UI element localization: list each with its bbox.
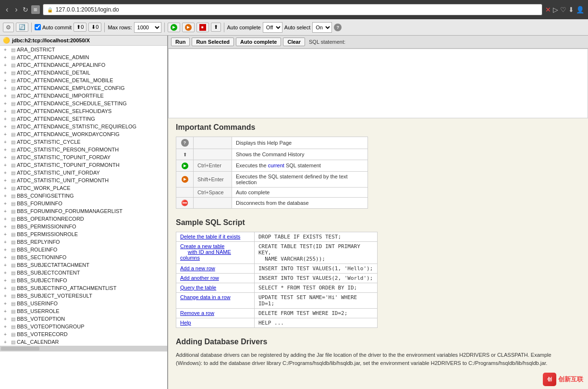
sql-row-insert1: Add a new row INSERT INTO TEST VALUES(1,…: [176, 264, 378, 273]
sidebar-item-ara-district[interactable]: + ▤ ARA_DISTRICT: [0, 46, 167, 53]
sidebar-item-atdc-attendance-schedule-setting[interactable]: + ▤ ATDC_ATTENDANCE_SCHEDULE_SETTING: [0, 100, 167, 107]
sidebar-item-bbs-voteoption[interactable]: + ▤ BBS_VOTEOPTION: [0, 315, 167, 323]
sql-link-update[interactable]: Change data in a row: [180, 294, 231, 300]
sql-link-cell-delete[interactable]: Remove a row: [176, 308, 255, 318]
sidebar-item-atdc-attendance-employee-config[interactable]: + ▤ ATDC_ATTENDANCE_EMPLOYEE_CONFIG: [0, 84, 167, 92]
sidebar-item-bbs-sectioninfo[interactable]: + ▤ BBS_SECTIONINFO: [0, 253, 167, 261]
sidebar-horizontal-scrollbar[interactable]: [0, 346, 167, 351]
toolbar-run-btn[interactable]: ▶: [168, 23, 180, 32]
cmd-desc-help: Displays this Help Page: [232, 137, 368, 149]
auto-complete-button[interactable]: Auto complete: [236, 38, 281, 46]
forward-button[interactable]: ›: [13, 4, 19, 15]
sidebar-item-atdc-attendance-detail-mobile[interactable]: + ▤ ATDC_ATTENDANCE_DETAIL_MOBILE: [0, 76, 167, 84]
download-icon[interactable]: ⬇: [568, 6, 574, 13]
sql-link-drop[interactable]: Delete the table if it exists: [180, 234, 240, 239]
sidebar-item-bbs-voteoptiongroup[interactable]: + ▤ BBS_VOTEOPTIONGROUP: [0, 323, 167, 330]
bookmark-icon[interactable]: ♡: [560, 6, 566, 13]
sql-link-create[interactable]: Create a new table: [180, 243, 224, 249]
sidebar-item-bbs-replyinfo[interactable]: + ▤ BBS_REPLYINFO: [0, 238, 167, 246]
toolbar-run-icon[interactable]: ⚙: [3, 23, 14, 32]
sidebar-item-atdc-work-place[interactable]: + ▤ ATDC_WORK_PLACE: [0, 184, 167, 192]
sql-link-cell-select[interactable]: Query the table: [176, 283, 255, 292]
sidebar-item-atdc-statistic-unit-forday[interactable]: + ▤ ATDC_STATISTIC_UNIT_FORDAY: [0, 169, 167, 176]
run-icon: ⚙: [6, 24, 11, 31]
sidebar-item-bbs-subjectattachment[interactable]: + ▤ BBS_SUBJECTATTACHMENT: [0, 261, 167, 269]
sql-row-insert2: Add another row INSERT INTO TEST VALUES(…: [176, 273, 378, 283]
sidebar-item-atdc-attendance-detail[interactable]: + ▤ ATDC_ATTENDANCE_DETAIL: [0, 69, 167, 76]
auto-commit-input[interactable]: [35, 24, 41, 30]
sidebar-item-atdc-statistic-topunit-formonth[interactable]: + ▤ ATDC_STATISTIC_TOPUNIT_FORMONTH: [0, 161, 167, 169]
table-icon: ▤: [11, 247, 15, 252]
sidebar-item-atdc-attendance-appealinfo[interactable]: + ▤ ATDC_ATTENDANCE_APPEALINFO: [0, 61, 167, 69]
tree-item-label: BBS_REPLYINFO: [17, 239, 60, 245]
sidebar-item-atdc-attendance-admin[interactable]: + ▤ ATDC_ATTENDANCE_ADMIN: [0, 53, 167, 61]
toolbar-commit-btn[interactable]: ⬆0: [74, 23, 86, 32]
sidebar-item-bbs-subjectcontent[interactable]: + ▤ BBS_SUBJECTCONTENT: [0, 269, 167, 276]
run-button[interactable]: Run: [171, 38, 190, 46]
sidebar-item-atdc-attendance-importfile[interactable]: + ▤ ATDC_ATTENDANCE_IMPORTFILE: [0, 92, 167, 100]
sidebar-item-atdc-statistic-person-formonth[interactable]: + ▤ ATDC_STATISTIC_PERSON_FORMONTH: [0, 146, 167, 153]
sql-link-select[interactable]: Query the table: [180, 285, 216, 290]
sidebar-item-bbs-userinfo[interactable]: + ▤ BBS_USERINFO: [0, 300, 167, 307]
max-rows-select[interactable]: 1000 100 10000: [134, 22, 161, 33]
tree-item-label: ATDC_ATTENDANCE_STATISTIC_REQUIRELOG: [17, 124, 136, 129]
sidebar-item-bbs-foruminfo[interactable]: + ▤ BBS_FORUMINFO: [0, 200, 167, 207]
toolbar-rollback-btn[interactable]: ⬇0: [88, 23, 101, 32]
sql-link-cell-help[interactable]: Help: [176, 318, 255, 327]
tree-item-label: ATDC_ATTENDANCE_WORKDAYCONFIG: [17, 131, 120, 137]
sidebar-item-bbs-subjectinfo-attachmentlist[interactable]: + ▤ BBS_SUBJECTINFO_ATTACHMENTLIST: [0, 284, 167, 292]
extension-icon-arrow[interactable]: ▷: [553, 6, 558, 13]
tree-item-label: ATDC_ATTENDANCE_ADMIN: [17, 54, 89, 60]
sidebar-item-bbs-userrole[interactable]: + ▤ BBS_USERROLE: [0, 307, 167, 315]
toolbar-stop-btn[interactable]: ■: [196, 23, 209, 32]
auto-complete-select[interactable]: Off On: [263, 22, 282, 33]
sql-link-cell-drop[interactable]: Delete the table if it exists: [176, 232, 255, 241]
clear-button[interactable]: Clear: [283, 38, 305, 46]
sql-link-cell-insert1[interactable]: Add a new row: [176, 264, 255, 273]
help-icon[interactable]: ?: [334, 24, 342, 31]
sql-link-insert1[interactable]: Add a new row: [180, 265, 215, 271]
extension-icon-red[interactable]: ✕: [545, 6, 551, 13]
toolbar-refresh-btn[interactable]: 🔄: [16, 23, 28, 32]
toolbar-run-selection-btn[interactable]: ▶: [182, 23, 195, 32]
sidebar-item-bbs-roleinfo[interactable]: + ▤ BBS_ROLEINFO: [0, 246, 167, 253]
sql-link-cell-update[interactable]: Change data in a row: [176, 292, 255, 308]
sidebar-item-bbs-permissionrole[interactable]: + ▤ BBS_PERMISSIONROLE: [0, 230, 167, 238]
run-selected-button[interactable]: Run Selected: [192, 38, 234, 46]
sidebar-item-atdc-attendance-workdayconfig[interactable]: + ▤ ATDC_ATTENDANCE_WORKDAYCONFIG: [0, 130, 167, 138]
sidebar-item-atdc-attendance-statistic-requirelog[interactable]: + ▤ ATDC_ATTENDANCE_STATISTIC_REQUIRELOG: [0, 123, 167, 130]
sidebar-item-bbs-operationrecord[interactable]: + ▤ BBS_OPERATIONRECORD: [0, 215, 167, 223]
profile-icon[interactable]: 👤: [576, 6, 584, 13]
back-button[interactable]: ‹: [4, 4, 10, 15]
sidebar-item-atdc-attendance-setting[interactable]: + ▤ ATDC_ATTENDANCE_SETTING: [0, 115, 167, 123]
sidebar-item-bbs-foruminfo-forummanagerlist[interactable]: + ▤ BBS_FORUMINFO_FORUMMANAGERLIST: [0, 207, 167, 215]
tree-item-label: ATDC_ATTENDANCE_EMPLOYEE_CONFIG: [17, 85, 125, 91]
sql-link-insert2[interactable]: Add another row: [180, 275, 219, 281]
sidebar-item-atdc-statistic-topunit-forday[interactable]: + ▤ ATDC_STATISTIC_TOPUNIT_FORDAY: [0, 153, 167, 161]
sidebar-item-bbs-subjectinfo[interactable]: + ▤ BBS_SUBJECTINFO: [0, 276, 167, 284]
sidebar-item-bbs-subject-voteresult[interactable]: + ▤ BBS_SUBJECT_VOTERESULT: [0, 292, 167, 300]
sidebar-item-bbs-permissioninfo[interactable]: + ▤ BBS_PERMISSIONINFO: [0, 223, 167, 230]
sql-textarea[interactable]: [169, 49, 588, 116]
sidebar-item-atdc-statistic-cycle[interactable]: + ▤ ATDC_STATISTIC_CYCLE: [0, 138, 167, 146]
sidebar-item-bbs-configsetting[interactable]: + ▤ BBS_CONFIGSETTING: [0, 192, 167, 200]
sql-link-create-columns[interactable]: with ID and NAME columns: [180, 249, 231, 261]
toolbar-upload-btn[interactable]: ⬆: [211, 23, 221, 32]
sidebar-item-cal-calendar[interactable]: + ▤ CAL_CALENDAR: [0, 338, 167, 346]
url-bar[interactable]: 🔒 127.0.0.1:20051/login.do: [43, 4, 542, 15]
sidebar-item-atdc-statistic-unit-formonth[interactable]: + ▤ ATDC_STATISTIC_UNIT_FORMONTH: [0, 176, 167, 184]
auto-commit-checkbox[interactable]: Auto commit: [35, 24, 72, 30]
commands-table: ? Displays this Help Page ⬆ Shows the Co…: [176, 137, 368, 209]
sidebar-item-atdc-attendance-selfholidays[interactable]: + ▤ ATDC_ATTENDANCE_SELFHOLIDAYS: [0, 107, 167, 115]
refresh-button[interactable]: ↻: [23, 6, 28, 13]
table-icon: ▤: [11, 332, 15, 337]
sql-link-cell-insert2[interactable]: Add another row: [176, 273, 255, 283]
sql-link-delete[interactable]: Remove a row: [180, 310, 214, 316]
auto-select-select[interactable]: On Off: [312, 22, 332, 33]
expand-icon: +: [4, 216, 10, 222]
sidebar-item-bbs-voterecord[interactable]: + ▤ BBS_VOTERECORD: [0, 330, 167, 338]
sql-link-cell-create[interactable]: Create a new table with ID and NAME colu…: [176, 241, 255, 264]
browser-actions: ✕ ▷ ♡ ⬇ 👤: [545, 6, 584, 13]
sql-link-help-cmd[interactable]: Help: [180, 320, 191, 326]
sidebar[interactable]: 🟡 jdbc:h2:tcp://localhost:20050/X + ▤ AR…: [0, 36, 168, 389]
